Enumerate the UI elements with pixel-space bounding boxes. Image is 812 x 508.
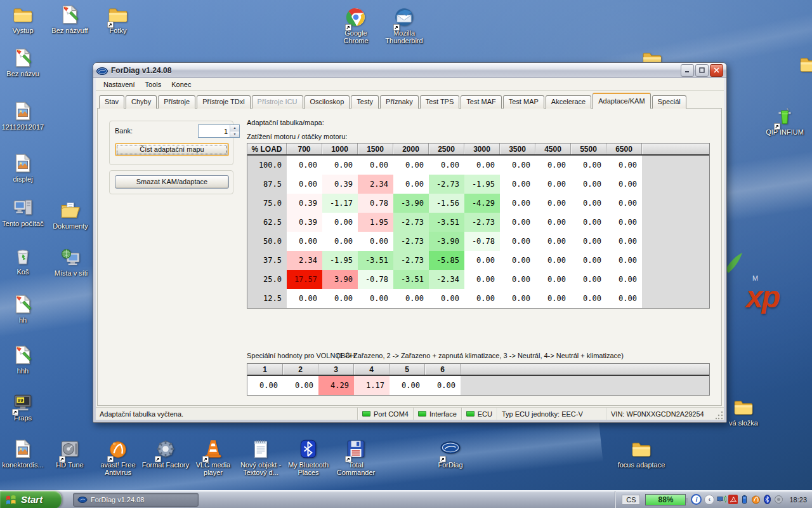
computer-icon <box>12 197 34 218</box>
bank-spinner[interactable]: ▲ ▼ <box>198 124 240 138</box>
battery-tray-tray-icon[interactable] <box>740 495 749 504</box>
map-row-62-5: 62.50.390.001.95-2.73-3.51-2.730.000.000… <box>247 213 709 232</box>
battery-indicator[interactable]: 88% <box>645 494 686 505</box>
desktop-icon-label: focus adaptace <box>617 461 665 469</box>
taskbar-task-fordiag[interactable]: ForDiag v1.24.08 <box>73 493 199 507</box>
fordiag-task-icon <box>77 497 88 503</box>
status-indicators: Port COM4InterfaceECU <box>357 408 497 420</box>
desktop-icon-konektordis[interactable]: konektordis... <box>0 438 47 469</box>
desktop-icon-label: Vystup <box>0 27 47 34</box>
desktop-icon-label: Fraps <box>0 414 47 422</box>
tab-stav[interactable]: Stav <box>99 95 124 109</box>
desktop-icon-label: ForDiag <box>426 461 475 469</box>
info-icon[interactable]: i <box>691 494 702 505</box>
desktop-icon-partial-folder-right[interactable] <box>785 53 812 75</box>
tab-testy[interactable]: Testy <box>351 95 379 109</box>
bank-input[interactable] <box>199 125 230 137</box>
tab-osciloskop[interactable]: Osciloskop <box>304 95 350 109</box>
adobe-reader-tray-icon[interactable] <box>728 495 738 504</box>
map-cell: 0.00 <box>500 213 535 232</box>
desktop-icon-label: VLC media player <box>189 461 237 476</box>
desktop-icon-mozilla-thunderbird[interactable]: Mozilla Thunderbird <box>380 6 428 44</box>
desktop-icon-mista-v-siti[interactable]: Místa v síti <box>47 246 95 277</box>
desktop-icon-my-bluetooth-places[interactable]: My Bluetooth Places <box>284 438 332 476</box>
desktop-icon-kos[interactable]: Koš <box>0 245 47 276</box>
menu-item-nastaveni[interactable]: Nastavení <box>98 79 140 90</box>
map-cell: 0.00 <box>464 289 500 308</box>
map-cell: 0.00 <box>571 270 606 289</box>
read-adaptation-map-button[interactable]: Číst adaptační mapu <box>115 143 229 156</box>
desktop-icon-fotky[interactable]: Fotky <box>94 4 142 34</box>
column-header-5: 5 <box>390 364 425 375</box>
desktop-icon-bez-nazvuff[interactable]: Bez názvuff <box>46 4 94 34</box>
shortcut-arrow-icon <box>12 406 18 413</box>
desktop-icon-tento-pocitac[interactable]: Tento počítač <box>0 197 47 227</box>
tab-special[interactable]: Speciál <box>652 95 686 109</box>
desktop-icon-displej[interactable]: displej <box>0 152 47 183</box>
column-header-1: 1 <box>247 364 283 375</box>
resize-grip[interactable] <box>715 408 724 420</box>
adaptation-table: % LOAD7001000150020002500300035004500550… <box>247 143 710 309</box>
desktop-icon-novy-objekt[interactable]: Nový objekt - Textový d... <box>237 438 285 476</box>
shortcut-arrow-icon <box>774 121 780 127</box>
desktop-icon-avast-free-antivirus[interactable]: avast! Free Antivirus <box>94 438 142 476</box>
folder-icon <box>631 438 652 460</box>
spin-up-icon[interactable]: ▲ <box>230 125 239 131</box>
tab-adaptace-kam[interactable]: Adaptace/KAM <box>593 93 650 109</box>
minimize-button[interactable] <box>681 64 694 77</box>
network-tray-icon[interactable] <box>717 495 726 504</box>
bluetooth-tray-icon[interactable] <box>763 495 772 504</box>
tab-test-tps[interactable]: Test TPS <box>420 95 459 109</box>
desktop-icon-total-commander[interactable]: Total Commander <box>332 438 380 476</box>
paint-icon <box>59 4 81 25</box>
tab-pristroje-tdxl[interactable]: Přístroje TDxl <box>197 95 250 109</box>
notepad-icon <box>250 438 272 460</box>
desktop-icon-vystup[interactable]: Vystup <box>0 4 47 34</box>
volume-tray-icon[interactable] <box>774 495 783 504</box>
menu-item-tools[interactable]: Tools <box>140 79 167 90</box>
desktop-icon-qip-infium[interactable]: QIP INFIUM <box>761 105 809 136</box>
desktop-icon-label: Tento počítač <box>0 220 47 227</box>
tab-strip: StavChybyPřístrojePřístroje TDxlPřístroj… <box>99 95 686 109</box>
desktop-icon-format-factory[interactable]: Format Factory <box>141 438 190 469</box>
tab-chyby[interactable]: Chyby <box>126 95 157 109</box>
desktop-icon-dokumenty[interactable]: Dokumenty <box>46 199 95 230</box>
tray-collapse-chevron-icon[interactable]: ‹ <box>704 495 714 505</box>
desktop-icon-focus-adaptace[interactable]: focus adaptace <box>617 438 665 469</box>
desktop-icon-12112012017[interactable]: 12112012017 <box>0 100 47 131</box>
tab-priznaky[interactable]: Příznaky <box>380 95 419 109</box>
desktop-icon-hh[interactable]: hh <box>0 293 47 324</box>
avast-tray-icon[interactable] <box>751 495 761 504</box>
tab-akcelerace[interactable]: Akcelerace <box>546 95 591 109</box>
map-row-50-0: 50.00.000.000.00-2.73-3.90-0.780.000.000… <box>247 232 709 251</box>
desktop-icon-hd-tune[interactable]: HD Tune <box>46 438 94 469</box>
desktop-icon-bez-nazvu[interactable]: Bez názvu <box>0 47 47 77</box>
tab-pristroje[interactable]: Přístroje <box>158 95 195 109</box>
map-cell: -4.29 <box>464 194 500 213</box>
spin-down-icon[interactable]: ▼ <box>230 131 239 137</box>
desktop-icon-fordiag[interactable]: ForDiag <box>426 438 475 469</box>
clear-kam-button[interactable]: Smazat KAM/adaptace <box>115 175 229 189</box>
desktop-icon-label: Format Factory <box>141 461 190 469</box>
desktop-icon-vlc-media-player[interactable]: VLC media player <box>189 438 237 476</box>
idle-table: 123456 0.000.004.291.170.000.00 <box>247 363 710 396</box>
language-indicator[interactable]: CS <box>622 495 640 505</box>
menu-item-konec[interactable]: Konec <box>166 79 196 90</box>
shortcut-arrow-icon <box>107 19 114 25</box>
start-button[interactable]: Start <box>0 491 62 508</box>
status-indicator-label: Interface <box>429 410 457 418</box>
column-header-load: % LOAD <box>247 144 287 154</box>
taskbar-clock[interactable]: 18:23 <box>789 496 807 504</box>
maximize-button[interactable] <box>695 64 709 77</box>
desktop-icon-google-chrome[interactable]: Google Chrome <box>332 6 380 44</box>
tab-test-maf[interactable]: Test MAF <box>461 95 501 109</box>
map-axis-label: Zatížení motoru / otáčky motoru: <box>247 133 347 140</box>
tab-test-map[interactable]: Test MAP <box>503 95 544 109</box>
idle-values-row: 0.000.004.291.170.000.00 <box>247 376 709 395</box>
tab-page-adaptace-kam: Bank: ▲ ▼ Číst adaptační mapu Smazat KAM… <box>97 108 722 406</box>
desktop-icon-hhh[interactable]: hhh <box>0 344 47 375</box>
map-row-filler <box>642 232 709 251</box>
desktop-icon-fraps[interactable]: 99Fraps <box>0 391 47 422</box>
close-button[interactable] <box>710 64 723 77</box>
window-titlebar[interactable]: ForDiag v1.24.08 <box>93 63 726 78</box>
